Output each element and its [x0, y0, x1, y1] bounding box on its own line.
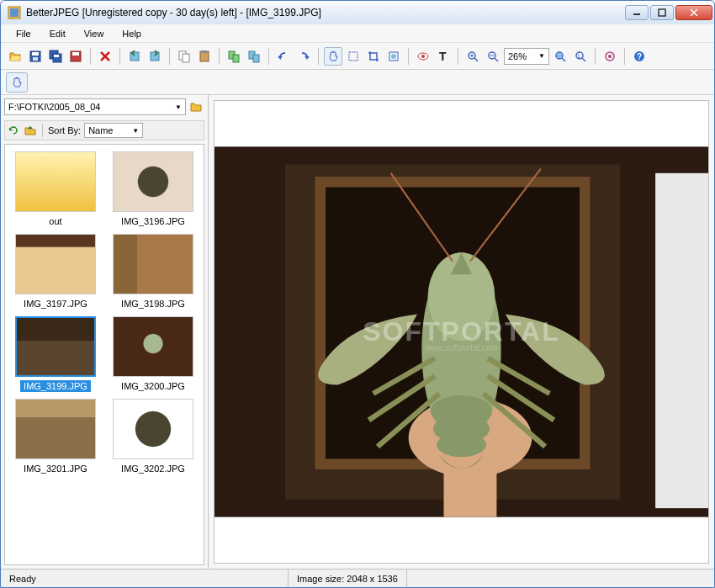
svg-rect-23 — [233, 55, 239, 62]
batch-copy-icon[interactable] — [225, 47, 243, 66]
separator — [624, 48, 625, 65]
thumbnail-grid[interactable]: outIMG_3196.JPGIMG_3197.JPGIMG_3198.JPGI… — [4, 144, 204, 565]
adjust-icon[interactable] — [384, 47, 403, 66]
path-combo[interactable]: F:\FOTKI\2005_08_04 ▼ — [4, 98, 186, 115]
menu-view[interactable]: View — [76, 27, 113, 40]
separator — [318, 48, 319, 65]
save-icon[interactable] — [26, 47, 45, 66]
toolbar-main: T 26%▼ 1 ? — [1, 43, 714, 70]
save-all-icon[interactable] — [46, 47, 65, 66]
close-button[interactable] — [675, 5, 712, 20]
menu-file[interactable]: File — [8, 27, 40, 40]
thumbnail-image[interactable] — [113, 234, 193, 294]
chevron-down-icon: ▼ — [175, 103, 182, 111]
zoom-combo[interactable]: 26%▼ — [504, 48, 549, 65]
separator — [90, 48, 91, 65]
open-folder-icon[interactable] — [189, 100, 204, 114]
minimize-button[interactable] — [625, 5, 649, 20]
thumbnail-item[interactable]: IMG_3198.JPG — [106, 234, 200, 310]
zoom-fit-icon[interactable] — [551, 47, 569, 66]
svg-rect-19 — [183, 54, 189, 62]
thumbnail-label: IMG_3201.JPG — [20, 463, 91, 474]
svg-rect-3 — [659, 9, 665, 16]
redo-icon[interactable] — [294, 47, 313, 66]
viewer-panel: SOFTPORTAL www.softportal.com — [209, 95, 714, 569]
svg-rect-11 — [54, 55, 59, 57]
sidebar: F:\FOTKI\2005_08_04 ▼ Sort By: Name ▼ ou… — [1, 95, 209, 569]
zoom-100-icon[interactable]: 1 — [571, 47, 590, 66]
paste-icon[interactable] — [195, 47, 214, 66]
sort-combo[interactable]: Name ▼ — [84, 123, 143, 138]
svg-text:?: ? — [637, 52, 642, 61]
thumbnail-label: IMG_3198.JPG — [118, 298, 188, 310]
svg-point-59 — [437, 432, 486, 457]
crop-icon[interactable] — [364, 47, 383, 66]
status-image-size: Image size: 2048 x 1536 — [289, 569, 407, 587]
thumbnail-image[interactable] — [15, 151, 96, 212]
status-ready: Ready — [1, 569, 289, 587]
thumbnail-item[interactable]: IMG_3197.JPG — [8, 234, 103, 310]
batch-paste-icon[interactable] — [245, 47, 263, 66]
separator — [169, 48, 170, 65]
thumbnail-item[interactable]: IMG_3200.JPG — [106, 316, 200, 392]
hand-tool-button[interactable] — [6, 72, 28, 93]
help-icon[interactable]: ? — [630, 47, 649, 66]
menubar: File Edit View Help — [1, 24, 714, 43]
thumbnail-image[interactable] — [113, 399, 193, 459]
thumbnail-image[interactable] — [15, 316, 96, 377]
delete-icon[interactable] — [96, 47, 114, 66]
thumbnail-item[interactable]: IMG_3199.JPG — [8, 316, 103, 392]
svg-rect-25 — [253, 55, 259, 62]
menu-help[interactable]: Help — [114, 27, 150, 40]
undo-icon[interactable] — [274, 47, 293, 66]
separator — [595, 48, 596, 65]
svg-rect-41 — [557, 53, 562, 58]
open-icon[interactable] — [6, 47, 24, 66]
svg-line-43 — [582, 58, 585, 61]
select-icon[interactable] — [344, 47, 363, 66]
rotate-right-icon[interactable] — [146, 47, 164, 66]
zoom-in-icon[interactable] — [463, 47, 482, 66]
menu-edit[interactable]: Edit — [41, 27, 74, 40]
thumbnail-image[interactable] — [113, 316, 193, 377]
svg-rect-21 — [202, 50, 207, 53]
toolbar-secondary — [1, 70, 714, 95]
path-row: F:\FOTKI\2005_08_04 ▼ — [4, 98, 204, 115]
svg-point-30 — [421, 55, 425, 58]
maximize-button[interactable] — [650, 5, 674, 20]
thumbnail-label: out — [45, 215, 65, 227]
refresh-icon[interactable] — [7, 124, 20, 137]
thumbnail-image[interactable] — [15, 399, 96, 459]
chevron-down-icon: ▼ — [538, 52, 545, 60]
thumbnail-item[interactable]: IMG_3196.JPG — [106, 151, 200, 227]
path-value: F:\FOTKI\2005_08_04 — [8, 102, 100, 112]
separator — [119, 48, 120, 65]
thumbnail-image[interactable] — [15, 234, 96, 294]
thumbnail-label: IMG_3202.JPG — [118, 463, 188, 474]
svg-line-37 — [495, 58, 498, 61]
sort-value: Name — [88, 125, 113, 135]
hand-icon[interactable] — [324, 47, 342, 66]
svg-point-28 — [391, 54, 396, 59]
redeye-icon[interactable] — [414, 47, 432, 66]
image-canvas[interactable]: SOFTPORTAL www.softportal.com — [214, 100, 709, 564]
svg-point-46 — [608, 55, 612, 58]
save-as-icon[interactable] — [66, 47, 85, 66]
separator — [458, 48, 458, 65]
text-icon[interactable]: T — [434, 47, 453, 66]
rotate-left-icon[interactable] — [125, 47, 144, 66]
thumbnail-item[interactable]: out — [8, 151, 103, 227]
thumbnail-image[interactable] — [113, 151, 193, 212]
settings-icon[interactable] — [601, 47, 619, 66]
svg-line-40 — [562, 58, 565, 61]
zoom-out-icon[interactable] — [484, 47, 502, 66]
copy-icon[interactable] — [175, 47, 193, 66]
content-area: F:\FOTKI\2005_08_04 ▼ Sort By: Name ▼ ou… — [1, 95, 714, 569]
thumbnail-item[interactable]: IMG_3202.JPG — [106, 399, 200, 474]
up-folder-icon[interactable] — [24, 124, 37, 137]
separator — [42, 124, 43, 137]
thumbnail-label: IMG_3200.JPG — [118, 380, 188, 392]
svg-rect-7 — [32, 52, 39, 56]
thumbnail-item[interactable]: IMG_3201.JPG — [8, 399, 103, 474]
svg-rect-8 — [33, 57, 38, 61]
